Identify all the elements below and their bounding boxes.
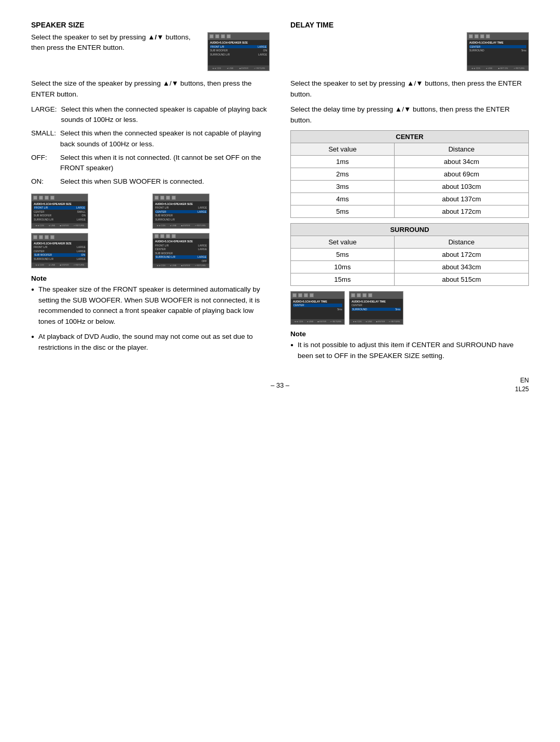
center-table-row: 5msabout 172cm — [291, 205, 529, 217]
page-layout: SPEAKER SIZE Select the speaker to set b… — [31, 21, 529, 366]
surround-table-row: 15msabout 515cm — [291, 273, 529, 285]
left-column: SPEAKER SIZE Select the speaker to set b… — [31, 21, 270, 366]
def-large: LARGE: Select this when the connected sp… — [31, 104, 270, 126]
center-table-cell: 4ms — [291, 193, 395, 205]
screen-box-grid-4: AUDIO>5.1CH>SPEAKER SIZE FRONT L/RLARGE … — [152, 233, 209, 268]
center-table-cell: about 137cm — [395, 193, 529, 205]
right-note-item-1: It is not possible to adjust this item i… — [290, 340, 529, 362]
def-small: SMALL: Select this when the connected sp… — [31, 128, 270, 149]
page-code-line1: EN — [515, 376, 529, 385]
def-desc-on: Select this when SUB WOOFER is connected… — [60, 176, 270, 187]
surround-col-1: Set value — [291, 236, 395, 248]
delay-intro-text-1: Select the speaker to set by pressing ▲/… — [290, 78, 529, 100]
right-note-section: Note It is not possible to adjust this i… — [290, 330, 529, 362]
center-table-cell: about 172cm — [395, 205, 529, 217]
screen-box-grid-1: AUDIO>5.1CH>SPEAKER SIZE FRONT L/RLARGE … — [31, 194, 88, 229]
surround-table-cell: about 172cm — [395, 248, 529, 260]
right-note-title: Note — [290, 330, 529, 338]
screenshots-grid: AUDIO>5.1CH>SPEAKER SIZE FRONT L/RLARGE … — [31, 194, 270, 268]
intro-text: Select the speaker to set by pressing ▲/… — [31, 32, 202, 53]
page-number: – 33 – — [271, 381, 289, 389]
surround-table-row: 10msabout 343cm — [291, 260, 529, 273]
delay-screen-box: AUDIO>5.1CH>DELAY TIME CENTER SURROUND5m… — [467, 32, 529, 71]
surround-table-row: 5msabout 172cm — [291, 248, 529, 260]
def-term-small: SMALL: — [31, 128, 56, 149]
left-note-title: Note — [31, 274, 270, 282]
center-table-cell: about 34cm — [395, 155, 529, 168]
delay-intro-block: AUDIO>5.1CH>DELAY TIME CENTER SURROUND5m… — [290, 32, 529, 71]
center-table-cell: 5ms — [291, 205, 395, 217]
right-column: DELAY TIME AUDIO>5.1CH>DELAY TIME CENTER… — [290, 21, 529, 366]
def-term-large: LARGE: — [31, 104, 57, 126]
delay-screenshots-row: AUDIO>5.1CH>DELAY TIME CENTER 5ms ◄◄ CDS… — [290, 291, 529, 325]
surround-table-cell: 5ms — [291, 248, 395, 260]
def-desc-small: Select this when the connected speaker i… — [60, 128, 270, 149]
def-term-off: OFF: — [31, 153, 56, 174]
center-col-1: Set value — [291, 143, 395, 155]
delay-intro-text-2: Select the delay time by pressing ▲/▼ bu… — [290, 104, 529, 126]
def-on: ON: Select this when SUB WOOFER is conne… — [31, 176, 270, 187]
center-table-cell: 2ms — [291, 168, 395, 180]
center-col-2: Distance — [395, 143, 529, 155]
center-table-cell: about 103cm — [395, 180, 529, 193]
speaker-size-title: SPEAKER SIZE — [31, 21, 270, 29]
left-note-item-1: The speaker size of the FRONT speaker is… — [31, 284, 270, 328]
surround-table-cell: about 343cm — [395, 260, 529, 273]
center-table-header: CENTER — [291, 130, 529, 143]
def-term-on: ON: — [31, 176, 56, 187]
surround-table-header: SURROUND — [291, 223, 529, 236]
screen-box-1: AUDIO>5.1CH>SPEAKER SIZE FRONT L/RLARGE … — [207, 32, 270, 71]
definition-list: LARGE: Select this when the connected sp… — [31, 104, 270, 187]
center-table-cell: about 69cm — [395, 168, 529, 180]
body-text-size: Select the size of the speaker by pressi… — [31, 78, 270, 100]
page-code: EN 1L25 — [515, 376, 529, 394]
center-table-row: 1msabout 34cm — [291, 155, 529, 168]
center-table-cell: 1ms — [291, 155, 395, 168]
right-note-list: It is not possible to adjust this item i… — [290, 340, 529, 362]
center-table-row: 3msabout 103cm — [291, 180, 529, 193]
def-desc-large: Select this when the connected speaker i… — [61, 104, 270, 126]
center-table-row: 4msabout 137cm — [291, 193, 529, 205]
screen-box-grid-3: AUDIO>5.1CH>SPEAKER SIZE FRONT L/RLARGE … — [31, 233, 88, 268]
page-code-line2: 1L25 — [515, 385, 529, 394]
intro-text-span: Select the speaker to set by pressing ▲/… — [31, 33, 190, 51]
delay-screen-image: AUDIO>5.1CH>DELAY TIME CENTER SURROUND5m… — [467, 32, 529, 71]
left-note-section: Note The speaker size of the FRONT speak… — [31, 274, 270, 354]
delay-screen-box-2: AUDIO>5.1CH>DELAY TIME CENTER SURROUND5m… — [349, 291, 403, 325]
center-table-row: 2msabout 69cm — [291, 168, 529, 180]
screen-image-1: AUDIO>5.1CH>SPEAKER SIZE FRONT L/RLARGE … — [207, 32, 270, 71]
left-note-item-2: At playback of DVD Audio, the sound may … — [31, 332, 270, 353]
def-off: OFF: Select this when it is not connecte… — [31, 153, 270, 174]
page-footer: – 33 – EN 1L25 — [31, 381, 529, 389]
surround-table-cell: 15ms — [291, 273, 395, 285]
def-desc-off: Select this when it is not connected. (I… — [60, 153, 270, 174]
left-note-list: The speaker size of the FRONT speaker is… — [31, 284, 270, 354]
delay-time-title: DELAY TIME — [290, 21, 529, 29]
surround-table-cell: about 515cm — [395, 273, 529, 285]
surround-table-cell: 10ms — [291, 260, 395, 273]
speaker-size-intro: Select the speaker to set by pressing ▲/… — [31, 32, 270, 71]
screen-box-grid-2: AUDIO>5.1CH>SPEAKER SIZE FRONT L/RLARGE … — [152, 194, 209, 229]
center-table-cell: 3ms — [291, 180, 395, 193]
center-table: CENTER Set value Distance 1msabout 34cm2… — [290, 130, 529, 218]
delay-screen-box-1: AUDIO>5.1CH>DELAY TIME CENTER 5ms ◄◄ CDS… — [290, 291, 345, 325]
surround-table: SURROUND Set value Distance 5msabout 172… — [290, 223, 529, 286]
surround-col-2: Distance — [395, 236, 529, 248]
